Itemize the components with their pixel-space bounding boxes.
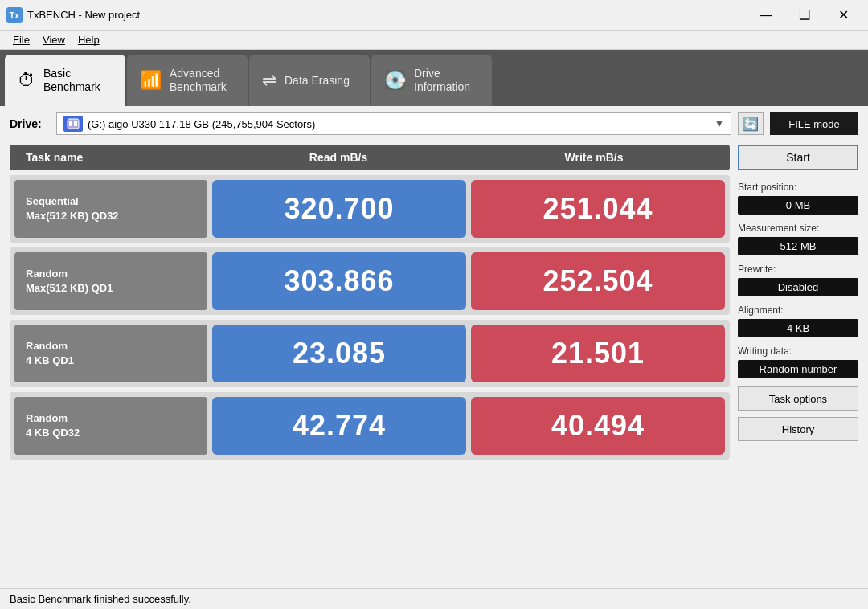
start-button[interactable]: Start xyxy=(738,145,858,170)
tab-drive-information[interactable]: 💽 DriveInformation xyxy=(371,55,492,106)
read-value-3: 42.774 xyxy=(212,397,466,455)
table-row: Random4 KB QD1 23.085 21.501 xyxy=(10,320,730,387)
chevron-down-icon: ▼ xyxy=(714,118,724,129)
drive-selector[interactable]: (G:) aigo U330 117.18 GB (245,755,904 Se… xyxy=(56,112,731,135)
col-read: Read mB/s xyxy=(211,151,466,164)
alignment-label: Alignment: xyxy=(738,304,858,316)
task-options-button[interactable]: Task options xyxy=(738,386,858,411)
refresh-drive-button[interactable]: 🔄 xyxy=(738,112,764,135)
titlebar: Tx TxBENCH - New project — ❑ ✕ xyxy=(0,0,868,31)
menu-help[interactable]: Help xyxy=(72,32,106,47)
restore-button[interactable]: ❑ xyxy=(786,3,823,27)
close-button[interactable]: ✕ xyxy=(825,3,862,27)
task-label-1: RandomMax(512 KB) QD1 xyxy=(14,252,207,310)
advanced-benchmark-icon: 📶 xyxy=(140,70,162,91)
prewrite-value: Disabled xyxy=(738,278,858,296)
tab-driveinfo-label: DriveInformation xyxy=(414,67,470,94)
file-mode-button[interactable]: FILE mode xyxy=(770,112,858,135)
tab-basic-benchmark[interactable]: ⏱ BasicBenchmark xyxy=(5,55,125,106)
measurement-size-label: Measurement size: xyxy=(738,223,858,234)
basic-benchmark-icon: ⏱ xyxy=(18,70,35,91)
main-content: Drive: (G:) aigo U330 117.18 GB (245,755… xyxy=(0,106,868,588)
col-write: Write mB/s xyxy=(466,151,722,164)
write-value-3: 40.494 xyxy=(471,397,725,455)
data-erasing-icon: ⇌ xyxy=(262,70,276,91)
start-position-label: Start position: xyxy=(738,182,858,193)
read-value-1: 303.866 xyxy=(212,252,466,310)
start-position-value: 0 MB xyxy=(738,196,858,215)
app-icon: Tx xyxy=(6,7,23,23)
table-row: RandomMax(512 KB) QD1 303.866 252.504 xyxy=(10,247,730,315)
col-task-name: Task name xyxy=(18,151,211,164)
status-text: Basic Benchmark finished successfully. xyxy=(10,593,191,605)
usb-icon xyxy=(63,116,83,132)
drive-label: Drive: xyxy=(10,117,50,130)
read-value-2: 23.085 xyxy=(212,325,466,382)
tab-bar: ⏱ BasicBenchmark 📶 AdvancedBenchmark ⇌ D… xyxy=(0,50,868,106)
tab-basic-label: BasicBenchmark xyxy=(43,67,100,94)
svg-rect-2 xyxy=(74,121,77,126)
svg-rect-1 xyxy=(69,121,72,126)
writing-data-value: Random number xyxy=(738,360,858,378)
table-row: SequentialMax(512 KB) QD32 320.700 251.0… xyxy=(10,175,730,243)
table-row: Random4 KB QD32 42.774 40.494 xyxy=(10,392,730,460)
sidebar-controls: Start Start position: 0 MB Measurement s… xyxy=(738,145,858,582)
minimize-button[interactable]: — xyxy=(747,3,784,27)
benchmark-table: Task name Read mB/s Write mB/s Sequentia… xyxy=(10,145,730,582)
drive-select-text: (G:) aigo U330 117.18 GB (245,755,904 Se… xyxy=(88,118,711,130)
alignment-value: 4 KB xyxy=(738,319,858,337)
tab-advanced-benchmark[interactable]: 📶 AdvancedBenchmark xyxy=(127,55,248,106)
prewrite-label: Prewrite: xyxy=(738,264,858,275)
drive-info-icon: 💽 xyxy=(384,70,406,91)
task-label-0: SequentialMax(512 KB) QD32 xyxy=(14,180,207,238)
measurement-size-value: 512 MB xyxy=(738,237,858,255)
writing-data-label: Writing data: xyxy=(738,345,858,357)
menu-view[interactable]: View xyxy=(36,32,72,47)
write-value-0: 251.044 xyxy=(471,180,725,238)
write-value-1: 252.504 xyxy=(471,252,725,310)
status-bar: Basic Benchmark finished successfully. xyxy=(0,588,868,609)
menubar: File View Help xyxy=(0,31,868,50)
tab-advanced-label: AdvancedBenchmark xyxy=(170,67,227,94)
table-header: Task name Read mB/s Write mB/s xyxy=(10,145,730,170)
menu-file[interactable]: File xyxy=(6,32,36,47)
content-area: Task name Read mB/s Write mB/s Sequentia… xyxy=(10,145,858,582)
tab-erasing-label: Data Erasing xyxy=(285,74,350,88)
window-title: TxBENCH - New project xyxy=(27,9,747,21)
task-label-3: Random4 KB QD32 xyxy=(14,397,207,455)
drive-row: Drive: (G:) aigo U330 117.18 GB (245,755… xyxy=(10,112,858,135)
task-label-2: Random4 KB QD1 xyxy=(14,325,207,382)
read-value-0: 320.700 xyxy=(212,180,466,238)
tab-data-erasing[interactable]: ⇌ Data Erasing xyxy=(249,55,370,106)
write-value-2: 21.501 xyxy=(471,325,725,382)
window-controls: — ❑ ✕ xyxy=(747,3,862,27)
history-button[interactable]: History xyxy=(738,417,858,441)
